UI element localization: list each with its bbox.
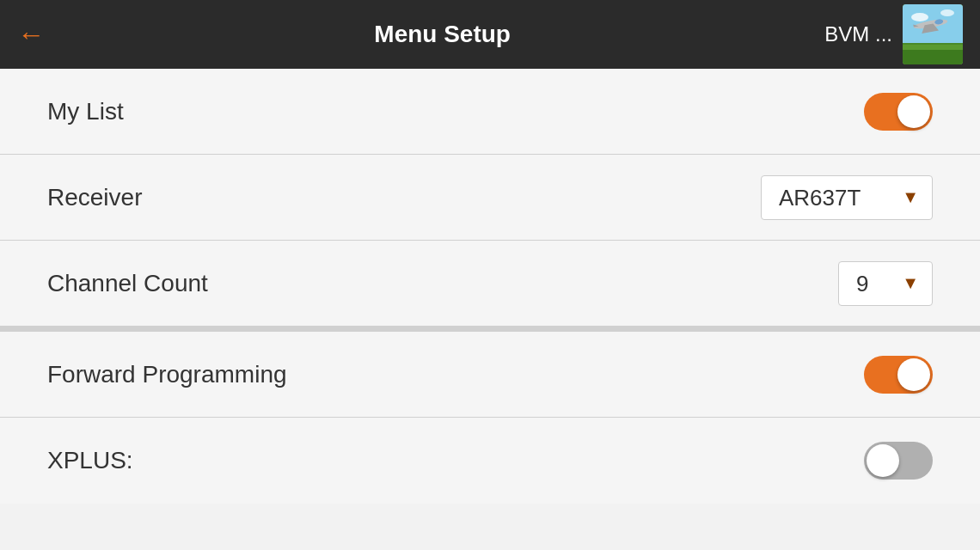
channel-count-label: Channel Count	[47, 270, 208, 297]
channel-count-row: Channel Count 6 7 8 9 10 11 12 ▼	[0, 241, 980, 327]
app-header: ← Menu Setup BVM ...	[0, 0, 980, 69]
back-arrow-icon: ←	[17, 21, 45, 48]
svg-point-3	[911, 13, 928, 21]
forward-programming-toggle[interactable]	[864, 356, 933, 394]
my-list-label: My List	[47, 98, 124, 125]
xplus-thumb	[867, 444, 899, 477]
forward-programming-row: Forward Programming	[0, 332, 980, 418]
receiver-select[interactable]: AR637T AR636 AR7700 AR9030T	[761, 175, 933, 220]
svg-rect-10	[903, 45, 963, 50]
model-image	[903, 4, 963, 64]
page-title: Menu Setup	[60, 21, 824, 48]
xplus-toggle[interactable]	[864, 442, 933, 480]
xplus-label: XPLUS:	[47, 447, 133, 474]
channel-count-select[interactable]: 6 7 8 9 10 11 12	[838, 261, 933, 306]
forward-programming-label: Forward Programming	[47, 361, 287, 388]
settings-content: My List Receiver AR637T AR636 AR7700 AR9…	[0, 69, 980, 550]
my-list-row: My List	[0, 69, 980, 155]
channel-count-dropdown-container: 6 7 8 9 10 11 12 ▼	[838, 261, 933, 306]
model-name: BVM ...	[824, 22, 892, 46]
svg-point-4	[940, 9, 954, 16]
header-right: BVM ...	[824, 4, 963, 64]
receiver-dropdown-container: AR637T AR636 AR7700 AR9030T ▼	[761, 175, 933, 220]
my-list-thumb	[897, 95, 930, 128]
my-list-toggle[interactable]	[864, 93, 933, 131]
back-button[interactable]: ←	[17, 21, 60, 48]
xplus-row: XPLUS:	[0, 418, 980, 504]
receiver-row: Receiver AR637T AR636 AR7700 AR9030T ▼	[0, 155, 980, 241]
receiver-label: Receiver	[47, 184, 142, 211]
forward-programming-thumb	[897, 358, 930, 391]
